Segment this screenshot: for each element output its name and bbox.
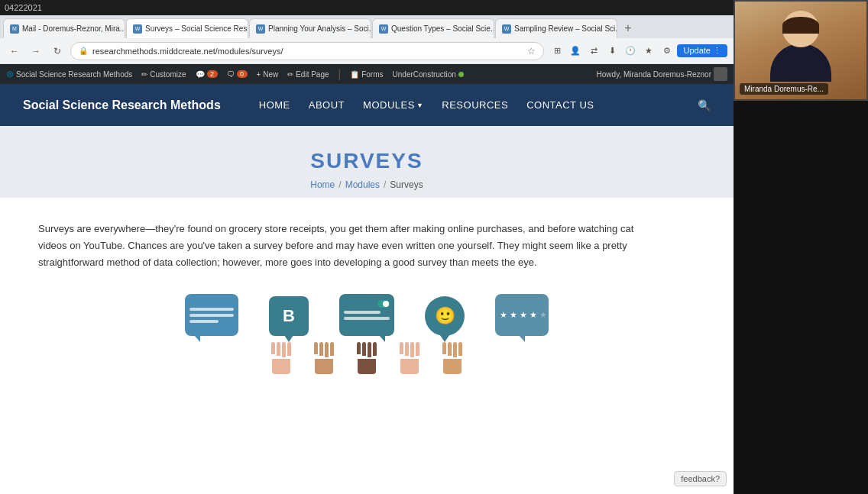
modules-chevron-icon: ▼ <box>416 102 423 109</box>
person-head <box>782 11 819 47</box>
tab-surveys[interactable]: W Surveys – Social Science Rese... ✕ <box>126 18 248 38</box>
forms-icon: 📋 <box>350 70 359 79</box>
survey-icon-b-badge: B <box>269 296 309 336</box>
breadcrumb-home[interactable]: Home <box>310 179 335 190</box>
webcam-overlay: Miranda Doremus-Re... <box>734 0 868 101</box>
toggle-knob <box>383 301 389 307</box>
palm-icon <box>358 359 376 374</box>
screen-frame: 04222021 M Mail - Doremus-Reznor, Mira..… <box>0 0 868 494</box>
back-button[interactable]: ← <box>6 43 23 60</box>
finger-icon <box>271 342 275 354</box>
hand-5 <box>442 342 462 374</box>
wp-edit-page[interactable]: ✏ Edit Page <box>287 70 329 79</box>
finger-icon <box>458 342 462 356</box>
finger-icon <box>325 342 329 357</box>
finger-icon <box>405 342 409 356</box>
green-dot-icon <box>458 72 464 77</box>
wp-pending-comments[interactable]: 🗨 0 <box>227 70 248 79</box>
refresh-button[interactable]: ↻ <box>49 43 66 60</box>
wp-underconstruction[interactable]: UnderConstruction <box>393 70 464 79</box>
webcam-name-label: Miranda Doremus-Re... <box>740 83 828 95</box>
address-bar[interactable]: 🔒 researchmethods.middcreate.net/modules… <box>70 42 544 60</box>
hand-3-fingers <box>357 342 377 357</box>
survey-icons-area: B 🙂 <box>0 286 734 336</box>
pending-icon: 🗨 <box>227 70 235 79</box>
breadcrumb-modules[interactable]: Modules <box>345 179 380 190</box>
profile-icon[interactable]: 👤 <box>567 43 584 60</box>
site-nav: HOME ABOUT MODULES ▼ RESOURCES CONTACT U… <box>259 99 594 111</box>
wp-forms-label: Forms <box>361 70 383 79</box>
wp-separator: | <box>338 68 342 80</box>
browser-window: M Mail - Doremus-Reznor, Mira... ✕ W Sur… <box>0 15 734 494</box>
star-3-icon: ★ <box>520 310 527 320</box>
nav-resources[interactable]: RESOURCES <box>442 99 508 111</box>
wp-customize-label: Customize <box>150 70 186 79</box>
wp-howdy[interactable]: Howdy, Miranda Doremus-Reznor <box>597 67 727 81</box>
bubble-line-2 <box>189 314 234 317</box>
bubble-line-3 <box>189 320 219 323</box>
address-bar-row: ← → ↻ 🔒 researchmethods.middcreate.net/m… <box>0 38 734 64</box>
finger-icon <box>400 342 403 354</box>
palm-icon <box>315 359 333 374</box>
nav-modules[interactable]: MODULES ▼ <box>363 99 423 111</box>
hand-2-fingers <box>314 342 334 357</box>
star-2-icon: ★ <box>510 310 517 320</box>
survey-icon-emoji: 🙂 <box>425 296 465 336</box>
breadcrumb-sep-2: / <box>384 179 386 190</box>
hand-4 <box>400 342 419 374</box>
palm-icon <box>443 359 462 374</box>
wp-edit-page-label: Edit Page <box>296 70 329 79</box>
bookmark-icon[interactable]: ☆ <box>527 46 536 57</box>
toggle-switch-icon <box>377 300 390 308</box>
nav-contact[interactable]: CONTACT US <box>526 99 594 111</box>
finger-icon <box>410 342 414 357</box>
extensions-icon[interactable]: ⊞ <box>549 43 565 60</box>
finger-icon <box>357 342 361 354</box>
tab-question-label: Question Types – Social Scie... <box>391 24 494 33</box>
wp-new[interactable]: + New <box>257 70 279 79</box>
hand-2 <box>314 342 334 374</box>
downloads-icon[interactable]: ⬇ <box>604 43 620 60</box>
settings-icon[interactable]: ⚙ <box>659 43 675 60</box>
tab-question[interactable]: W Question Types – Social Scie... ✕ <box>372 18 494 38</box>
finger-icon <box>362 342 366 356</box>
search-icon[interactable]: 🔍 <box>698 99 711 111</box>
tab-sampling[interactable]: W Sampling Review – Social Sci... ✕ <box>495 18 617 38</box>
wp-comments[interactable]: 💬 2 <box>196 70 218 79</box>
bubble-line-a <box>344 311 381 314</box>
wp-customize[interactable]: ✏ Customize <box>141 70 186 79</box>
nav-about[interactable]: ABOUT <box>309 99 345 111</box>
star-4-icon: ★ <box>530 310 537 320</box>
sync-icon[interactable]: ⇄ <box>585 43 602 60</box>
tab-question-favicon: W <box>379 24 388 34</box>
recording-bar: 04222021 <box>0 0 734 15</box>
update-button[interactable]: Update ⋮ <box>677 44 727 57</box>
avatar-icon <box>714 67 727 81</box>
tab-mail[interactable]: M Mail - Doremus-Reznor, Mira... ✕ <box>3 18 125 38</box>
page-intro-text: Surveys are everywhere—they're found on … <box>38 221 665 271</box>
b-badge-icon: B <box>269 296 309 336</box>
tab-planning[interactable]: W Planning Your Analysis – Soci... ✕ <box>249 18 371 38</box>
wp-site-title[interactable]: ⊛ Social Science Research Methods <box>6 69 132 79</box>
tab-surveys-label: Surveys – Social Science Rese... <box>145 24 248 33</box>
tab-planning-favicon: W <box>256 24 265 34</box>
tab-surveys-favicon: W <box>133 24 142 34</box>
hand-5-fingers <box>442 342 462 357</box>
finger-icon <box>277 342 280 356</box>
bookmarks-icon[interactable]: ★ <box>640 43 657 60</box>
tab-mail-label: Mail - Doremus-Reznor, Mira... <box>22 24 125 33</box>
feedback-button[interactable]: feedback? <box>674 471 727 486</box>
lock-icon: 🔒 <box>79 47 88 55</box>
site-header: Social Science Research Methods HOME ABO… <box>0 84 734 126</box>
breadcrumb-sep-1: / <box>338 179 341 190</box>
site-title: Social Science Research Methods <box>23 98 221 112</box>
wp-forms[interactable]: 📋 Forms <box>350 70 383 79</box>
comments-badge: 2 <box>207 70 218 78</box>
nav-home[interactable]: HOME <box>259 99 290 111</box>
forward-button[interactable]: → <box>28 43 44 60</box>
history-icon[interactable]: 🕐 <box>622 43 639 60</box>
new-tab-button[interactable]: + <box>618 18 638 38</box>
wp-logo-icon: ⊛ <box>6 69 14 79</box>
tab-sampling-label: Sampling Review – Social Sci... <box>514 24 617 33</box>
star-rating-bubble-icon: ★ ★ ★ ★ ★ <box>495 294 549 336</box>
